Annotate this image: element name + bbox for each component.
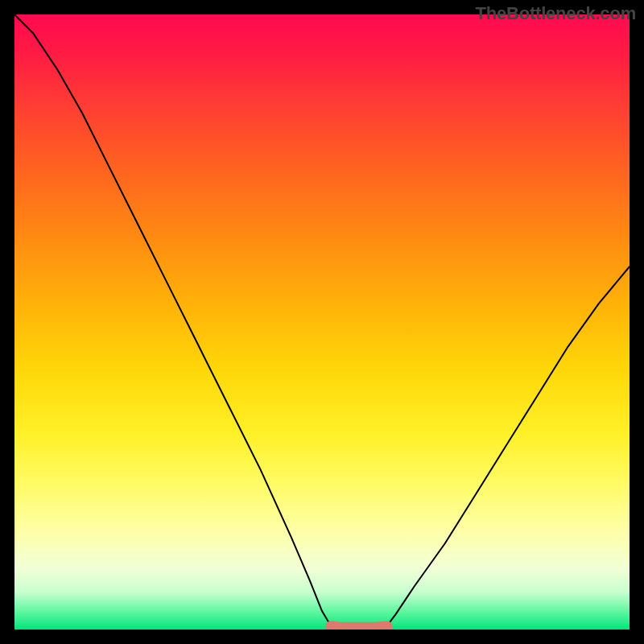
chart-frame: TheBottleneck.com <box>0 0 644 644</box>
curve-right <box>386 266 630 626</box>
flat-band <box>331 626 386 628</box>
watermark-text: TheBottleneck.com <box>475 3 636 24</box>
plot-area <box>14 14 630 630</box>
plot-lines <box>14 14 630 630</box>
curve-left <box>14 14 331 626</box>
